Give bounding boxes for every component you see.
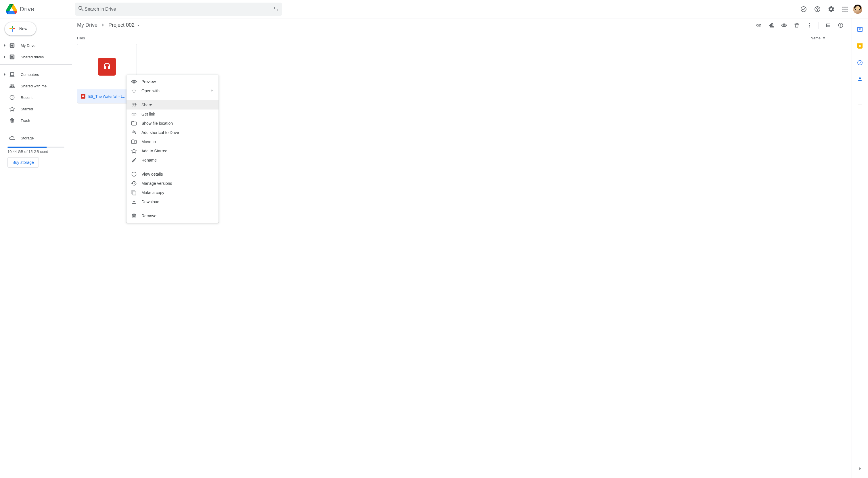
- my-drive-icon: [9, 42, 16, 49]
- collapse-panel-button[interactable]: [854, 463, 866, 475]
- trash-button[interactable]: [791, 20, 802, 31]
- ctx-get-link[interactable]: Get link: [126, 109, 218, 119]
- contacts-app-icon[interactable]: [854, 73, 866, 85]
- context-menu: Preview Open with Share Get link: [126, 75, 218, 223]
- svg-point-13: [809, 25, 810, 26]
- menu-divider: [126, 167, 218, 167]
- calendar-app-icon[interactable]: 31: [854, 24, 866, 35]
- move-to-icon: [131, 139, 137, 145]
- sidebar-item-label: Shared with me: [21, 84, 46, 88]
- toolbar: My Drive Project 002: [72, 19, 851, 32]
- new-button-label: New: [19, 27, 27, 31]
- add-on-button[interactable]: [854, 99, 866, 111]
- app-header: Drive: [0, 0, 868, 19]
- share-button[interactable]: [766, 20, 777, 31]
- list-header: Files Name: [72, 32, 851, 44]
- drive-logo-icon: [6, 3, 17, 15]
- arrow-up-icon: [822, 36, 826, 40]
- sidebar-item-storage[interactable]: Storage: [0, 132, 68, 144]
- svg-point-3: [842, 9, 843, 10]
- search-input[interactable]: [85, 7, 273, 12]
- sidebar-item-label: Trash: [21, 119, 30, 123]
- search-options-icon[interactable]: [273, 5, 279, 13]
- svg-point-6: [842, 11, 843, 12]
- breadcrumb-current[interactable]: Project 002: [108, 22, 141, 28]
- app-name: Drive: [20, 5, 34, 13]
- new-button[interactable]: New: [5, 22, 36, 36]
- expand-icon: [2, 44, 7, 47]
- storage-bar: [7, 147, 64, 148]
- link-icon: [131, 111, 137, 117]
- sidebar-item-label: My Drive: [21, 43, 35, 48]
- expand-icon: [2, 56, 7, 58]
- svg-point-4: [844, 9, 845, 10]
- chevron-right-icon: [100, 21, 105, 29]
- audio-file-icon: [98, 58, 116, 75]
- open-with-icon: [131, 88, 137, 94]
- help-icon[interactable]: [812, 3, 823, 15]
- svg-point-5: [846, 9, 847, 10]
- svg-point-9: [11, 56, 12, 57]
- ctx-share[interactable]: Share: [126, 100, 218, 109]
- preview-button[interactable]: [778, 20, 790, 31]
- history-icon: [131, 181, 137, 186]
- right-sidepanel: 31: [852, 19, 868, 478]
- sidebar-item-shared-with-me[interactable]: Shared with me: [0, 80, 68, 92]
- view-toggle-button[interactable]: [822, 20, 834, 31]
- sidebar-item-recent[interactable]: Recent: [0, 92, 68, 103]
- ctx-add-starred[interactable]: Add to Starred: [126, 146, 218, 156]
- file-name: ES_The Waterfall - L…: [88, 94, 126, 99]
- info-icon: [131, 171, 137, 177]
- keep-app-icon[interactable]: [854, 40, 866, 52]
- sidebar-item-computers[interactable]: Computers: [0, 69, 68, 80]
- download-icon: [131, 199, 137, 205]
- svg-point-14: [809, 27, 810, 27]
- apps-grid-icon[interactable]: [839, 3, 851, 15]
- ctx-open-with[interactable]: Open with: [126, 86, 218, 95]
- plus-icon: [9, 25, 16, 32]
- details-button[interactable]: [835, 20, 846, 31]
- settings-icon[interactable]: [826, 3, 837, 15]
- ctx-manage-versions[interactable]: Manage versions: [126, 179, 218, 188]
- svg-point-7: [844, 11, 845, 12]
- ctx-make-copy[interactable]: Make a copy: [126, 188, 218, 197]
- storage-icon: [9, 134, 16, 141]
- buy-storage-button[interactable]: Buy storage: [7, 157, 39, 167]
- ctx-view-details[interactable]: View details: [126, 169, 218, 179]
- get-link-button[interactable]: [753, 20, 765, 31]
- main-area: My Drive Project 002 Files: [72, 19, 852, 478]
- svg-point-1: [844, 7, 845, 8]
- sidepanel-divider: [857, 92, 863, 92]
- sidebar-item-label: Recent: [21, 95, 32, 100]
- ctx-move-to[interactable]: Move to: [126, 137, 218, 146]
- ctx-remove[interactable]: Remove: [126, 211, 218, 220]
- sidebar-item-my-drive[interactable]: My Drive: [0, 40, 68, 51]
- sort-by-name[interactable]: Name: [810, 36, 846, 40]
- files-heading: Files: [77, 36, 85, 40]
- sidebar-item-shared-drives[interactable]: Shared drives: [0, 51, 68, 63]
- more-actions-button[interactable]: [804, 20, 815, 31]
- left-sidebar: New My Drive Shared drives Computers: [0, 19, 72, 478]
- tasks-app-icon[interactable]: [854, 57, 866, 68]
- ctx-rename[interactable]: Rename: [126, 156, 218, 165]
- search-bar[interactable]: [75, 3, 282, 16]
- breadcrumb-root[interactable]: My Drive: [77, 22, 97, 28]
- ctx-show-location[interactable]: Show file location: [126, 119, 218, 128]
- sidebar-item-label: Starred: [21, 107, 33, 111]
- trash-icon: [9, 117, 16, 124]
- ctx-add-shortcut[interactable]: Add shortcut to Drive: [126, 128, 218, 137]
- ctx-preview[interactable]: Preview: [126, 77, 218, 86]
- logo-area[interactable]: Drive: [5, 3, 73, 15]
- rename-icon: [131, 157, 137, 163]
- sidebar-item-trash[interactable]: Trash: [0, 115, 68, 126]
- dropdown-icon: [136, 23, 141, 28]
- svg-point-12: [809, 23, 810, 24]
- sidebar-item-starred[interactable]: Starred: [0, 103, 68, 115]
- storage-usage-label: 10.44 GB of 15 GB used: [7, 150, 64, 154]
- account-avatar[interactable]: [853, 5, 862, 14]
- offline-ready-icon[interactable]: [798, 3, 809, 15]
- shared-with-me-icon: [9, 83, 16, 89]
- search-icon: [78, 5, 85, 13]
- svg-point-15: [133, 103, 134, 105]
- ctx-download[interactable]: Download: [126, 197, 218, 206]
